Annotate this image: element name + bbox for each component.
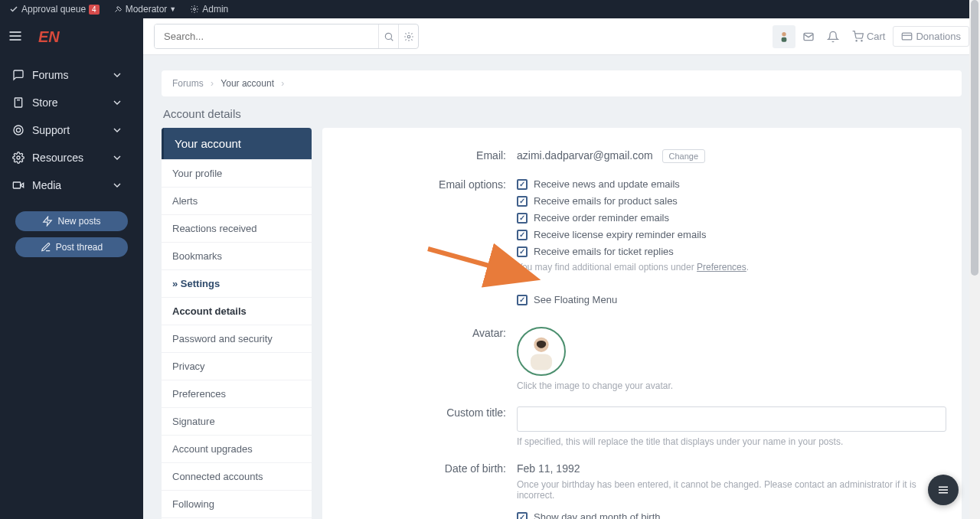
donations-link[interactable]: Donations	[893, 26, 969, 47]
email-value: azimi.dadparvar@gmail.com	[517, 149, 653, 162]
sidebar-item-label: Store	[32, 96, 57, 109]
menu-connected-accounts[interactable]: Connected accounts	[162, 462, 312, 490]
sidebar-item-forums[interactable]: Forums	[0, 61, 143, 89]
section-title: Account details	[162, 107, 962, 120]
avatar-hint: Click the image to change your avatar.	[517, 380, 946, 391]
menu-account-details[interactable]: Account details	[162, 297, 312, 325]
menu-settings[interactable]: Settings	[162, 269, 312, 297]
dob-value: Feb 11, 1992	[517, 462, 946, 475]
avatar-icon	[778, 31, 790, 43]
sidebar-item-support[interactable]: Support	[0, 116, 143, 144]
admin-link[interactable]: Admin	[190, 4, 228, 15]
checkbox-floating-menu[interactable]: See Floating Menu	[517, 294, 946, 305]
chevron-down-icon: ▼	[169, 5, 176, 13]
checkbox-news-emails[interactable]: Receive news and update emails	[517, 178, 946, 190]
checkbox-product-sales[interactable]: Receive emails for product sales	[517, 195, 946, 207]
checkbox-icon	[517, 295, 528, 305]
avatar-image-button[interactable]	[517, 327, 566, 376]
breadcrumb: Forums › Your account ›	[162, 70, 962, 96]
avatar-label: Avatar:	[322, 327, 517, 391]
chevron-down-icon	[111, 179, 123, 191]
sidebar-item-label: Support	[32, 124, 70, 136]
breadcrumb-separator-icon: ›	[211, 78, 214, 89]
checkbox-show-dob[interactable]: Show day and month of birth	[517, 511, 946, 519]
dob-label: Date of birth:	[322, 462, 517, 501]
approval-queue-count: 4	[89, 5, 100, 15]
inbox-button[interactable]	[797, 25, 820, 48]
search-input[interactable]	[155, 24, 378, 48]
alerts-button[interactable]	[822, 25, 844, 48]
moderator-menu[interactable]: Moderator ▼	[113, 4, 177, 15]
menu-privacy[interactable]: Privacy	[162, 352, 312, 380]
chevron-down-icon	[111, 152, 123, 164]
sidebar-item-label: Forums	[32, 69, 68, 81]
checkbox-label: Receive news and update emails	[534, 178, 680, 190]
menu-reactions[interactable]: Reactions received	[162, 214, 312, 242]
menu-following[interactable]: Following	[162, 490, 312, 517]
scrollbar-thumb[interactable]	[971, 0, 978, 276]
change-email-button[interactable]: Change	[662, 149, 706, 163]
search-icon	[384, 31, 394, 42]
cart-icon	[852, 31, 864, 42]
search-button[interactable]	[378, 24, 398, 48]
svg-point-12	[385, 33, 391, 39]
scrollbar[interactable]	[969, 0, 980, 519]
donations-label: Donations	[916, 31, 961, 42]
approval-queue-link[interactable]: Approval queue 4	[9, 4, 100, 15]
breadcrumb-current: Your account	[220, 78, 274, 89]
menu-password-security[interactable]: Password and security	[162, 325, 312, 352]
svg-point-0	[194, 8, 196, 11]
card-icon	[901, 31, 913, 42]
preferences-link[interactable]: Preferences	[697, 262, 746, 273]
new-posts-button[interactable]: New posts	[15, 211, 128, 231]
avatar-icon	[520, 330, 563, 373]
checkbox-icon	[517, 179, 528, 190]
menu-account-upgrades[interactable]: Account upgrades	[162, 435, 312, 462]
checkbox-label: Receive emails for product sales	[534, 195, 678, 207]
menu-bookmarks[interactable]: Bookmarks	[162, 242, 312, 269]
user-avatar-button[interactable]	[773, 25, 795, 48]
checkbox-label: See Floating Menu	[534, 294, 617, 305]
checkbox-ticket-replies[interactable]: Receive emails for ticket replies	[517, 246, 946, 257]
menu-alerts[interactable]: Alerts	[162, 187, 312, 214]
menu-your-profile[interactable]: Your profile	[162, 159, 312, 187]
gear-icon	[403, 31, 414, 42]
svg-point-8	[17, 156, 20, 159]
checkbox-icon	[517, 230, 528, 240]
search-box	[154, 24, 419, 49]
hamburger-button[interactable]	[8, 28, 23, 46]
post-thread-label: Post thread	[56, 242, 103, 253]
checkbox-license-expiry[interactable]: Receive license expiry reminder emails	[517, 229, 946, 240]
svg-point-15	[782, 32, 786, 36]
checkbox-label: Receive order reminder emails	[534, 212, 669, 224]
checkbox-order-reminder[interactable]: Receive order reminder emails	[517, 212, 946, 224]
custom-title-input[interactable]	[517, 406, 946, 432]
cart-link[interactable]: Cart	[846, 31, 892, 42]
breadcrumb-forums[interactable]: Forums	[172, 78, 204, 89]
menu-icon	[936, 483, 950, 497]
moderator-label: Moderator	[126, 4, 168, 15]
post-thread-button[interactable]: Post thread	[15, 237, 128, 257]
svg-rect-16	[782, 37, 787, 41]
checkbox-icon	[517, 512, 528, 520]
email-options-label: Email options:	[322, 178, 517, 273]
email-label: Email:	[322, 149, 517, 163]
menu-preferences[interactable]: Preferences	[162, 380, 312, 407]
site-logo[interactable]: EN	[38, 28, 60, 46]
sidebar-item-media[interactable]: Media	[0, 171, 143, 199]
sidebar-item-resources[interactable]: Resources	[0, 144, 143, 171]
custom-title-hint: If specified, this will replace the titl…	[517, 436, 946, 447]
envelope-icon	[802, 31, 815, 43]
custom-title-label: Custom title:	[322, 406, 517, 447]
search-settings-button[interactable]	[398, 24, 418, 48]
floating-menu-button[interactable]	[928, 475, 959, 505]
checkbox-label: Receive emails for ticket replies	[534, 246, 674, 257]
checkbox-label: Show day and month of birth	[534, 511, 661, 519]
sidebar: EN Forums Store Support Resources	[0, 18, 143, 519]
menu-signature[interactable]: Signature	[162, 407, 312, 435]
account-menu-panel: Your account Your profile Alerts Reactio…	[162, 128, 312, 519]
sidebar-item-store[interactable]: Store	[0, 89, 143, 116]
checkbox-icon	[517, 196, 528, 207]
dob-hint: Once your birthday has been entered, it …	[517, 479, 946, 501]
new-posts-label: New posts	[57, 216, 100, 227]
